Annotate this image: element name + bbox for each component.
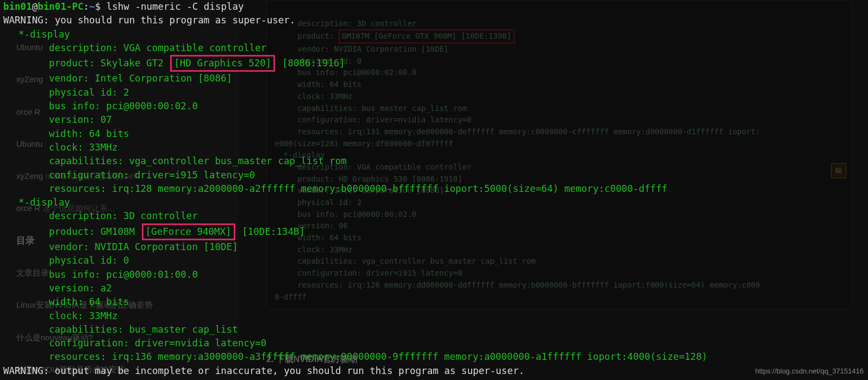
field-physical-id: physical id: 2 — [3, 86, 865, 99]
prompt-user: bin01 — [3, 1, 32, 12]
terminal-output[interactable]: bin01@bin01-PC:~$ lshw -numeric -C displ… — [0, 0, 868, 380]
warning-line: WARNING: you should run this program as … — [3, 14, 865, 27]
field-capabilities: capabilities: vga_controller bus_master … — [3, 154, 865, 168]
field-width: width: 64 bits — [3, 127, 865, 141]
display-header: *-display — [3, 196, 865, 209]
command-text: lshw -numeric -C display — [107, 1, 244, 12]
field-vendor: vendor: Intel Corporation [8086] — [3, 72, 865, 85]
prompt-host: bin01-PC — [38, 1, 83, 12]
field-resources: resources: irq:136 memory:a3000000-a3fff… — [3, 350, 865, 364]
field-physical-id: physical id: 0 — [3, 254, 865, 267]
highlight-hd-graphics: [HD Graphics 520] — [170, 55, 275, 72]
field-bus-info: bus info: pci@0000:00:02.0 — [3, 99, 865, 113]
prompt-path: ~ — [89, 1, 95, 12]
field-width: width: 64 bits — [3, 295, 865, 309]
warning-line: WARNING: output may be incomplete or ina… — [3, 364, 865, 378]
field-configuration: configuration: driver=nvidia latency=0 — [3, 337, 865, 350]
prompt-line[interactable]: bin01@bin01-PC:~$ lshw -numeric -C displ… — [3, 0, 865, 14]
field-version: version: 07 — [3, 113, 865, 127]
field-vendor: vendor: NVIDIA Corporation [10DE] — [3, 240, 865, 254]
field-product: product: Skylake GT2 [HD Graphics 520] [… — [3, 55, 865, 72]
field-product: product: GM108M [GeForce 940MX] [10DE:13… — [3, 223, 865, 240]
field-clock: clock: 33MHz — [3, 309, 865, 323]
field-clock: clock: 33MHz — [3, 141, 865, 154]
field-capabilities: capabilities: bus_master cap_list — [3, 323, 865, 337]
watermark: https://blog.csdn.net/qq_37151416 — [755, 364, 864, 378]
field-version: version: a2 — [3, 282, 865, 295]
field-description: description: VGA compatible controller — [3, 41, 865, 55]
field-description: description: 3D controller — [3, 209, 865, 223]
display-header: *-display — [3, 28, 865, 41]
field-resources: resources: irq:128 memory:a2000000-a2fff… — [3, 182, 865, 196]
highlight-geforce: [GeForce 940MX] — [142, 223, 235, 240]
field-configuration: configuration: driver=i915 latency=0 — [3, 169, 865, 182]
field-bus-info: bus info: pci@0000:01:00.0 — [3, 268, 865, 282]
